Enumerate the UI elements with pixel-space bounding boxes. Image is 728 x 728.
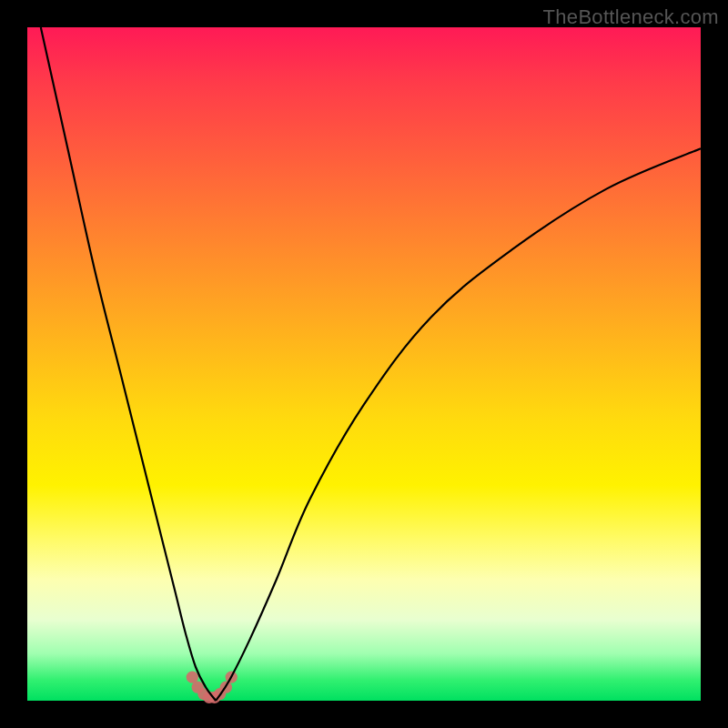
watermark-text: TheBottleneck.com [543, 5, 719, 29]
chart-frame: TheBottleneck.com [0, 0, 728, 728]
plot-area [27, 27, 701, 701]
curve-right-branch [216, 148, 701, 701]
marker-cluster [187, 671, 238, 703]
curve-left-branch [41, 27, 216, 701]
curve-svg [27, 27, 701, 701]
